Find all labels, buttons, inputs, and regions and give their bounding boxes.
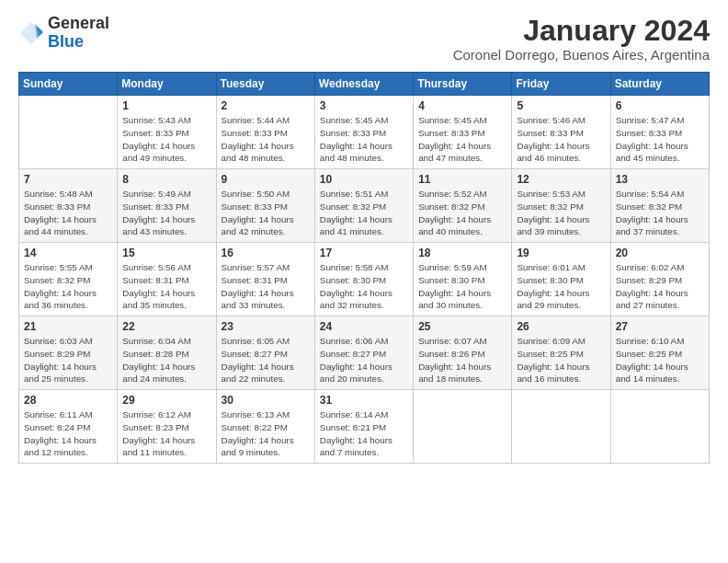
week-row-4: 21Sunrise: 6:03 AMSunset: 8:29 PMDayligh… — [19, 316, 710, 390]
day-info: Sunrise: 6:12 AMSunset: 8:23 PMDaylight:… — [122, 408, 210, 459]
day-number: 16 — [222, 247, 310, 259]
calendar-cell: 6Sunrise: 5:47 AMSunset: 8:33 PMDaylight… — [610, 96, 709, 169]
day-info: Sunrise: 5:45 AMSunset: 8:33 PMDaylight:… — [320, 114, 408, 165]
day-info: Sunrise: 6:07 AMSunset: 8:26 PMDaylight:… — [418, 335, 506, 385]
day-info: Sunrise: 5:44 AMSunset: 8:33 PMDaylight:… — [222, 114, 310, 165]
day-info: Sunrise: 6:13 AMSunset: 8:22 PMDaylight:… — [222, 408, 310, 459]
day-number: 2 — [222, 99, 310, 112]
day-number: 10 — [320, 173, 408, 186]
calendar-table: SundayMondayTuesdayWednesdayThursdayFrid… — [18, 72, 710, 464]
calendar-cell: 11Sunrise: 5:52 AMSunset: 8:32 PMDayligh… — [414, 169, 512, 243]
day-number: 26 — [517, 320, 605, 333]
day-info: Sunrise: 6:04 AMSunset: 8:28 PMDaylight:… — [122, 335, 210, 385]
calendar-cell: 9Sunrise: 5:50 AMSunset: 8:33 PMDaylight… — [216, 169, 314, 243]
logo-general: General — [48, 15, 109, 33]
calendar-cell: 21Sunrise: 6:03 AMSunset: 8:29 PMDayligh… — [19, 316, 118, 390]
col-header-wednesday: Wednesday — [314, 73, 413, 96]
day-info: Sunrise: 5:46 AMSunset: 8:33 PMDaylight:… — [517, 114, 605, 165]
day-info: Sunrise: 6:05 AMSunset: 8:27 PMDaylight:… — [222, 335, 310, 385]
page: General Blue January 2024 Coronel Dorreg… — [0, 0, 728, 563]
day-number: 8 — [122, 173, 210, 186]
day-number: 21 — [24, 320, 112, 333]
calendar-cell: 31Sunrise: 6:14 AMSunset: 8:21 PMDayligh… — [314, 390, 413, 464]
day-number: 1 — [122, 99, 210, 112]
week-row-3: 14Sunrise: 5:55 AMSunset: 8:32 PMDayligh… — [19, 243, 710, 316]
calendar-cell — [19, 96, 118, 169]
day-info: Sunrise: 5:56 AMSunset: 8:31 PMDaylight:… — [122, 261, 210, 312]
calendar-cell: 25Sunrise: 6:07 AMSunset: 8:26 PMDayligh… — [414, 316, 512, 390]
day-number: 3 — [320, 99, 408, 112]
week-row-5: 28Sunrise: 6:11 AMSunset: 8:24 PMDayligh… — [19, 390, 710, 464]
day-info: Sunrise: 5:47 AMSunset: 8:33 PMDaylight:… — [616, 114, 704, 165]
header: General Blue January 2024 Coronel Dorreg… — [18, 15, 710, 63]
day-info: Sunrise: 5:45 AMSunset: 8:33 PMDaylight:… — [418, 114, 506, 165]
day-info: Sunrise: 5:52 AMSunset: 8:32 PMDaylight:… — [418, 188, 506, 238]
calendar-cell: 15Sunrise: 5:56 AMSunset: 8:31 PMDayligh… — [118, 243, 216, 316]
calendar-cell — [414, 390, 512, 464]
day-number: 29 — [122, 394, 210, 407]
col-header-thursday: Thursday — [414, 73, 512, 96]
logo-blue: Blue — [48, 33, 109, 52]
col-header-sunday: Sunday — [19, 73, 118, 96]
col-header-monday: Monday — [118, 73, 216, 96]
calendar-cell: 23Sunrise: 6:05 AMSunset: 8:27 PMDayligh… — [216, 316, 314, 390]
day-info: Sunrise: 6:03 AMSunset: 8:29 PMDaylight:… — [24, 335, 112, 385]
day-number: 30 — [222, 394, 310, 407]
day-number: 12 — [517, 173, 605, 186]
day-number: 23 — [222, 320, 310, 333]
day-info: Sunrise: 5:50 AMSunset: 8:33 PMDaylight:… — [222, 188, 310, 238]
calendar-cell: 30Sunrise: 6:13 AMSunset: 8:22 PMDayligh… — [216, 390, 314, 464]
day-number: 14 — [24, 247, 112, 259]
calendar-cell: 4Sunrise: 5:45 AMSunset: 8:33 PMDaylight… — [414, 96, 512, 169]
calendar-cell: 12Sunrise: 5:53 AMSunset: 8:32 PMDayligh… — [512, 169, 610, 243]
day-number: 5 — [517, 99, 605, 112]
week-row-1: 1Sunrise: 5:43 AMSunset: 8:33 PMDaylight… — [19, 96, 710, 169]
day-number: 15 — [122, 247, 210, 259]
day-number: 11 — [418, 173, 506, 186]
calendar-cell: 7Sunrise: 5:48 AMSunset: 8:33 PMDaylight… — [19, 169, 118, 243]
day-info: Sunrise: 5:59 AMSunset: 8:30 PMDaylight:… — [418, 261, 506, 312]
day-number: 4 — [418, 99, 506, 112]
calendar-cell: 10Sunrise: 5:51 AMSunset: 8:32 PMDayligh… — [314, 169, 413, 243]
day-number: 17 — [320, 247, 408, 259]
main-title: January 2024 — [453, 15, 710, 47]
calendar-cell: 29Sunrise: 6:12 AMSunset: 8:23 PMDayligh… — [118, 390, 216, 464]
day-info: Sunrise: 6:11 AMSunset: 8:24 PMDaylight:… — [24, 408, 112, 459]
day-info: Sunrise: 5:58 AMSunset: 8:30 PMDaylight:… — [320, 261, 408, 312]
calendar-cell: 20Sunrise: 6:02 AMSunset: 8:29 PMDayligh… — [610, 243, 709, 316]
day-info: Sunrise: 6:14 AMSunset: 8:21 PMDaylight:… — [320, 408, 408, 459]
day-info: Sunrise: 5:57 AMSunset: 8:31 PMDaylight:… — [222, 261, 310, 312]
calendar-cell: 1Sunrise: 5:43 AMSunset: 8:33 PMDaylight… — [118, 96, 216, 169]
calendar-cell: 8Sunrise: 5:49 AMSunset: 8:33 PMDaylight… — [118, 169, 216, 243]
calendar-cell: 16Sunrise: 5:57 AMSunset: 8:31 PMDayligh… — [216, 243, 314, 316]
calendar-cell: 17Sunrise: 5:58 AMSunset: 8:30 PMDayligh… — [314, 243, 413, 316]
col-header-tuesday: Tuesday — [216, 73, 314, 96]
day-info: Sunrise: 5:43 AMSunset: 8:33 PMDaylight:… — [122, 114, 210, 165]
logo: General Blue — [18, 15, 109, 52]
day-number: 25 — [418, 320, 506, 333]
day-number: 6 — [616, 99, 704, 112]
day-info: Sunrise: 6:02 AMSunset: 8:29 PMDaylight:… — [616, 261, 704, 312]
col-header-friday: Friday — [512, 73, 610, 96]
day-info: Sunrise: 6:01 AMSunset: 8:30 PMDaylight:… — [517, 261, 605, 312]
day-info: Sunrise: 5:51 AMSunset: 8:32 PMDaylight:… — [320, 188, 408, 238]
logo-icon — [18, 20, 44, 46]
day-number: 24 — [320, 320, 408, 333]
calendar-cell: 2Sunrise: 5:44 AMSunset: 8:33 PMDaylight… — [216, 96, 314, 169]
day-info: Sunrise: 6:09 AMSunset: 8:25 PMDaylight:… — [517, 335, 605, 385]
day-number: 31 — [320, 394, 408, 407]
day-number: 22 — [122, 320, 210, 333]
day-info: Sunrise: 5:53 AMSunset: 8:32 PMDaylight:… — [517, 188, 605, 238]
week-row-2: 7Sunrise: 5:48 AMSunset: 8:33 PMDaylight… — [19, 169, 710, 243]
day-info: Sunrise: 5:54 AMSunset: 8:32 PMDaylight:… — [616, 188, 704, 238]
day-info: Sunrise: 5:49 AMSunset: 8:33 PMDaylight:… — [122, 188, 210, 238]
calendar-cell: 22Sunrise: 6:04 AMSunset: 8:28 PMDayligh… — [118, 316, 216, 390]
day-number: 13 — [616, 173, 704, 186]
day-number: 19 — [517, 247, 605, 259]
calendar-cell: 26Sunrise: 6:09 AMSunset: 8:25 PMDayligh… — [512, 316, 610, 390]
day-number: 28 — [24, 394, 112, 407]
calendar-cell: 18Sunrise: 5:59 AMSunset: 8:30 PMDayligh… — [414, 243, 512, 316]
day-number: 27 — [616, 320, 704, 333]
calendar-cell: 3Sunrise: 5:45 AMSunset: 8:33 PMDaylight… — [314, 96, 413, 169]
calendar-cell — [512, 390, 610, 464]
